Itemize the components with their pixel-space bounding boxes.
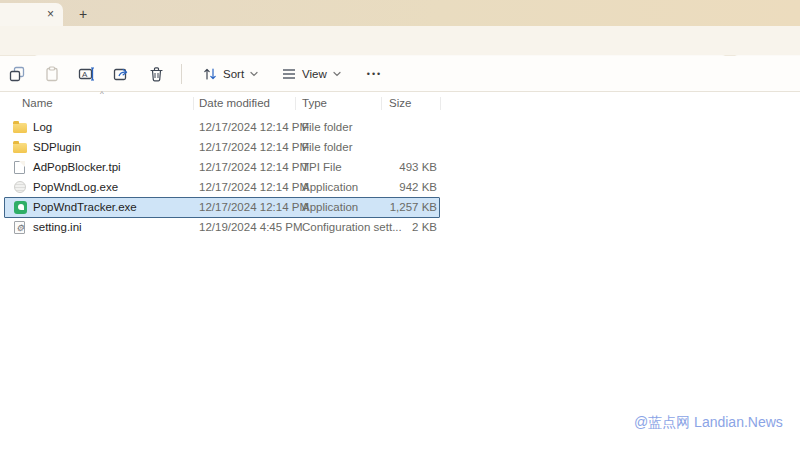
- file-size: 2 KB: [358, 221, 437, 233]
- view-label: View: [302, 68, 327, 80]
- column-header-type[interactable]: Type: [302, 97, 327, 109]
- file-size: 942 KB: [358, 181, 437, 193]
- rename-icon: A: [78, 66, 95, 82]
- file-type: File folder: [302, 121, 353, 133]
- file-date-modified: 12/19/2024 4:45 PM: [199, 221, 303, 233]
- copy-button[interactable]: [2, 60, 31, 88]
- tab-close-icon[interactable]: ×: [47, 7, 54, 21]
- file-type: Application: [302, 201, 358, 213]
- file-name: Log: [33, 121, 52, 133]
- file-row[interactable]: PopWndTracker.exe 12/17/2024 12:14 PM Ap…: [0, 197, 440, 217]
- file-row[interactable]: SDPlugin 12/17/2024 12:14 PM File folder: [0, 137, 440, 157]
- file-size: 493 KB: [358, 161, 437, 173]
- sort-icon: [203, 67, 217, 81]
- file-type: File folder: [302, 141, 353, 153]
- file-date-modified: 12/17/2024 12:14 PM: [199, 121, 309, 133]
- file-icon: [14, 221, 25, 234]
- file-icon: [14, 201, 27, 214]
- copy-icon: [9, 66, 25, 82]
- file-row[interactable]: setting.ini 12/19/2024 4:45 PM Configura…: [0, 217, 440, 237]
- file-date-modified: 12/17/2024 12:14 PM: [199, 201, 309, 213]
- folder-icon: [13, 123, 27, 133]
- column-header-row: Name Date modified Type Size: [0, 95, 800, 113]
- folder-icon: [13, 143, 27, 153]
- explorer-tab[interactable]: ×: [0, 3, 63, 26]
- file-icon: [14, 161, 25, 174]
- sort-button[interactable]: Sort: [191, 60, 270, 88]
- column-divider[interactable]: [381, 97, 382, 110]
- delete-button[interactable]: [142, 60, 171, 88]
- file-name: setting.ini: [33, 221, 82, 233]
- column-divider[interactable]: [440, 97, 441, 110]
- file-icon: [14, 181, 26, 193]
- file-date-modified: 12/17/2024 12:14 PM: [199, 181, 309, 193]
- new-tab-button[interactable]: +: [72, 3, 94, 26]
- svg-text:A: A: [82, 69, 88, 78]
- view-button[interactable]: View: [270, 60, 353, 88]
- watermark: @蓝点网 Landian.News: [634, 414, 783, 432]
- more-options-button[interactable]: •••: [357, 69, 392, 79]
- view-icon: [282, 68, 296, 80]
- paste-button[interactable]: [37, 60, 66, 88]
- column-divider[interactable]: [295, 97, 296, 110]
- toolbar-separator: [181, 64, 182, 84]
- file-name: PopWndLog.exe: [33, 181, 118, 193]
- file-list: Log 12/17/2024 12:14 PM File folder SDPl…: [0, 117, 460, 237]
- file-name: AdPopBlocker.tpi: [33, 161, 121, 173]
- column-header-date-modified[interactable]: Date modified: [199, 97, 270, 109]
- rename-button[interactable]: A: [72, 60, 101, 88]
- paste-icon: [44, 66, 60, 82]
- file-name: SDPlugin: [33, 141, 81, 153]
- command-toolbar: A Sort: [0, 56, 800, 92]
- delete-icon: [149, 66, 164, 82]
- file-row[interactable]: Log 12/17/2024 12:14 PM File folder: [0, 117, 440, 137]
- share-button[interactable]: [107, 60, 136, 88]
- chevron-down-icon: [250, 71, 258, 77]
- share-icon: [113, 66, 130, 82]
- file-row[interactable]: PopWndLog.exe 12/17/2024 12:14 PM Applic…: [0, 177, 440, 197]
- file-date-modified: 12/17/2024 12:14 PM: [199, 141, 309, 153]
- column-header-size[interactable]: Size: [389, 97, 411, 109]
- column-header-name[interactable]: Name: [22, 97, 53, 109]
- file-row[interactable]: AdPopBlocker.tpi 12/17/2024 12:14 PM TPI…: [0, 157, 440, 177]
- address-bar: › ⋯ Local Disk (C:)›Program Files (x86)›…: [0, 26, 800, 56]
- file-type: TPI File: [302, 161, 342, 173]
- file-size: 1,257 KB: [358, 201, 437, 213]
- column-divider[interactable]: [193, 97, 194, 110]
- file-name: PopWndTracker.exe: [33, 201, 137, 213]
- chevron-down-icon: [333, 71, 341, 77]
- file-type: Application: [302, 181, 358, 193]
- sort-label: Sort: [223, 68, 244, 80]
- file-date-modified: 12/17/2024 12:14 PM: [199, 161, 309, 173]
- file-explorer-window: { "tab_bar": { "close_label": "×", "new_…: [0, 0, 800, 450]
- tab-bar: × +: [0, 0, 800, 26]
